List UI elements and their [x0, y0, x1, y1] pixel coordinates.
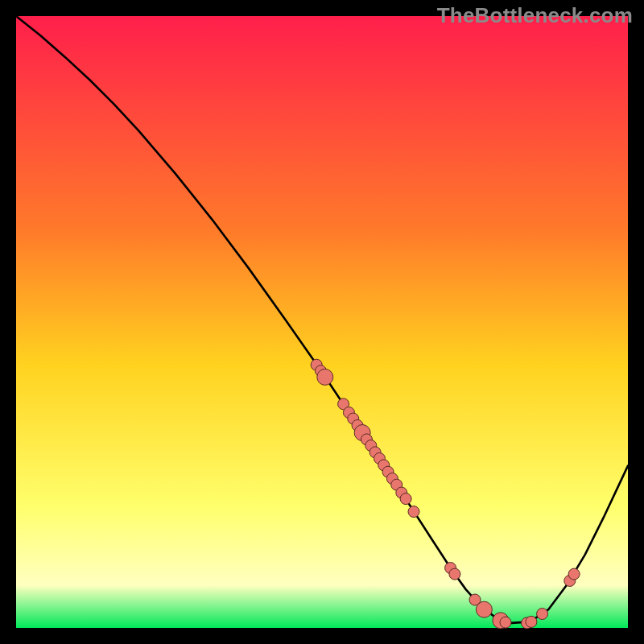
data-point — [317, 369, 333, 385]
data-point — [476, 601, 492, 617]
data-point — [500, 617, 511, 628]
plot-background — [16, 16, 628, 628]
data-point — [537, 609, 548, 620]
data-point — [449, 568, 460, 580]
data-point — [408, 506, 419, 518]
data-point — [568, 568, 580, 580]
data-point — [400, 493, 411, 505]
watermark-label: TheBottleneck.com — [437, 3, 633, 28]
chart-stage: TheBottleneck.com — [0, 0, 644, 644]
bottleneck-chart — [0, 0, 644, 644]
data-point — [526, 616, 537, 627]
